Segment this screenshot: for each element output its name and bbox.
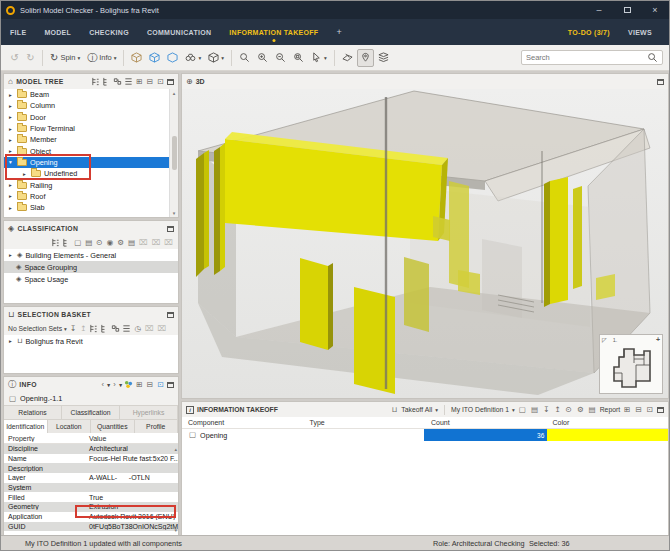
upload-icon[interactable]: ↥ (553, 406, 561, 414)
tree-item-door[interactable]: ▸Door (4, 112, 178, 123)
tree-item-slab[interactable]: ▸Slab (4, 202, 178, 213)
collapse-icon[interactable]: ▾ (7, 159, 14, 165)
remove-from-basket-icon[interactable]: ⊟ (146, 381, 155, 389)
tree-sort-icon[interactable] (89, 324, 98, 333)
minimize-button[interactable]: – (585, 1, 613, 19)
chevron-down-icon[interactable]: ▾ (119, 382, 122, 388)
expand-icon[interactable]: ▸ (7, 137, 14, 143)
prev-icon[interactable]: ‹ (100, 381, 105, 389)
export-icon[interactable]: ▤ (127, 239, 136, 247)
report-button[interactable]: Report (600, 406, 620, 413)
panel-maximize-icon[interactable] (167, 382, 174, 388)
scroll-down-icon[interactable]: ▾ (174, 527, 177, 533)
info-row-filled[interactable]: FilledTrue (4, 492, 178, 502)
selection-sets-dropdown[interactable]: No Selection Sets (8, 325, 62, 332)
tree-group-icon[interactable] (111, 324, 120, 333)
info-row-guid[interactable]: GUID0tFUg5BoT38OnIONcSg2tM (4, 522, 178, 532)
record-icon[interactable]: ⊙ (95, 239, 103, 247)
tree-item-object[interactable]: ▸Object (4, 145, 178, 156)
show-basket-icon[interactable]: ⊡ (646, 406, 654, 414)
ito-color-icon[interactable] (124, 380, 133, 389)
tree-hierarchy-icon[interactable] (62, 238, 71, 247)
gear-icon[interactable]: ⚙ (116, 239, 125, 247)
3d-model-scene[interactable] (182, 89, 668, 398)
expand-icon[interactable]: ▸ (7, 148, 14, 154)
open-classification-icon[interactable]: ▤ (84, 239, 93, 247)
delete-icon[interactable]: ⌧ (163, 239, 174, 247)
show-basket-icon[interactable]: ⊡ (156, 78, 165, 86)
tab-location[interactable]: Location (48, 420, 92, 433)
view-orientation-button[interactable]: ▾ (205, 49, 227, 67)
panel-maximize-icon[interactable] (167, 79, 174, 85)
tab-identification[interactable]: Identification (4, 420, 48, 433)
expand-icon[interactable]: ▸ (7, 92, 14, 98)
scroll-up-icon[interactable]: ▴ (174, 446, 177, 452)
classification-item-building-elements[interactable]: ▸◈Building Elements - General (4, 249, 178, 261)
column-component[interactable]: Component (182, 419, 304, 426)
close-button[interactable]: × (641, 1, 669, 19)
download-icon[interactable]: ↧ (542, 406, 550, 414)
delete-icon[interactable]: ⌧ (157, 325, 168, 333)
takeoff-all-button[interactable]: Takeoff All (401, 406, 432, 413)
layers-button[interactable] (375, 49, 392, 67)
info-row-system[interactable]: System (4, 483, 178, 493)
scroll-up-icon[interactable]: ▴ (173, 90, 176, 96)
tree-flat-icon[interactable] (124, 77, 133, 86)
new-definition-icon[interactable]: ▢ (518, 406, 527, 414)
tree-item-railing[interactable]: ▸Railing (4, 179, 178, 190)
info-tool-button[interactable]: ⓘ Info ▾ (84, 49, 119, 67)
zoom-in-button[interactable] (254, 49, 271, 67)
model-tree-scrollbar[interactable]: ▴ ▾ (169, 89, 178, 217)
select-similar-button[interactable] (146, 49, 163, 67)
menu-file[interactable]: FILE (1, 19, 35, 45)
delete-icon[interactable]: ⌧ (138, 239, 149, 247)
spin-button[interactable]: ↻ Spin ▾ (47, 49, 83, 67)
chevron-down-icon[interactable]: ▾ (107, 382, 110, 388)
menu-add-view-button[interactable]: + (327, 19, 351, 45)
tree-item-opening[interactable]: ▾Opening (4, 157, 178, 168)
tree-sort-icon[interactable] (91, 77, 100, 86)
new-classification-icon[interactable]: ▢ (73, 239, 82, 247)
tree-group-icon[interactable] (113, 77, 122, 86)
menu-information-takeoff[interactable]: INFORMATION TAKEOFF (220, 19, 327, 45)
tree-item-flow-terminal[interactable]: ▸Flow Terminal (4, 123, 178, 134)
viewport-scene[interactable]: ◸ 1. + (182, 89, 668, 398)
expand-icon[interactable]: ▸ (7, 205, 14, 211)
tree-item-undefined[interactable]: ▸Undefined (4, 168, 178, 179)
panel-maximize-icon[interactable] (657, 79, 664, 85)
menu-checking[interactable]: CHECKING (80, 19, 138, 45)
takeoff-row-opening[interactable]: ▢ Opening 36 (182, 429, 668, 441)
upload-set-icon[interactable]: ↥ (79, 325, 87, 333)
panel-maximize-icon[interactable] (167, 312, 174, 318)
search-input[interactable] (526, 53, 644, 62)
open-definition-icon[interactable]: ▤ (530, 406, 539, 414)
expand-icon[interactable]: ▸ (7, 126, 14, 132)
delete-icon[interactable]: ⌧ (144, 325, 155, 333)
expand-icon[interactable]: ▸ (7, 338, 14, 344)
color-cell[interactable] (547, 429, 668, 441)
zoom-all-button[interactable] (236, 49, 253, 67)
report-icon[interactable]: ▤ (588, 406, 597, 414)
zoom-out-button[interactable] (272, 49, 289, 67)
add-to-basket-icon[interactable]: ⊞ (623, 406, 631, 414)
expand-icon[interactable]: ▸ (21, 171, 28, 177)
classification-item-space-grouping[interactable]: ◈Space Grouping (4, 261, 178, 273)
expand-icon[interactable]: ▸ (7, 182, 14, 188)
tree-hierarchy-icon[interactable] (100, 324, 109, 333)
classification-item-space-usage[interactable]: ◈Space Usage (4, 273, 178, 285)
tab-hyperlinks[interactable]: Hyperlinks (120, 406, 178, 419)
remove-from-basket-icon[interactable]: ⊟ (634, 406, 642, 414)
record-icon[interactable]: ⊙ (565, 406, 573, 414)
info-row-discipline[interactable]: DisciplineArchitectural (4, 444, 178, 454)
menu-todo[interactable]: TO-DO (3/7) (559, 19, 619, 45)
section-plane-button[interactable] (339, 49, 356, 67)
expand-icon[interactable]: ▸ (7, 114, 14, 120)
tree-sort-icon[interactable] (51, 238, 60, 247)
expand-icon[interactable]: ▸ (7, 193, 14, 199)
info-row-geometry[interactable]: GeometryExtrusion (4, 502, 178, 512)
undo-button[interactable]: ↺ (7, 49, 22, 67)
floor-plan-minimap[interactable]: ◸ 1. + (599, 334, 663, 394)
download-set-icon[interactable]: ↧ (69, 325, 77, 333)
menu-communication[interactable]: COMMUNICATION (138, 19, 220, 45)
scrollbar-thumb[interactable] (172, 136, 177, 170)
